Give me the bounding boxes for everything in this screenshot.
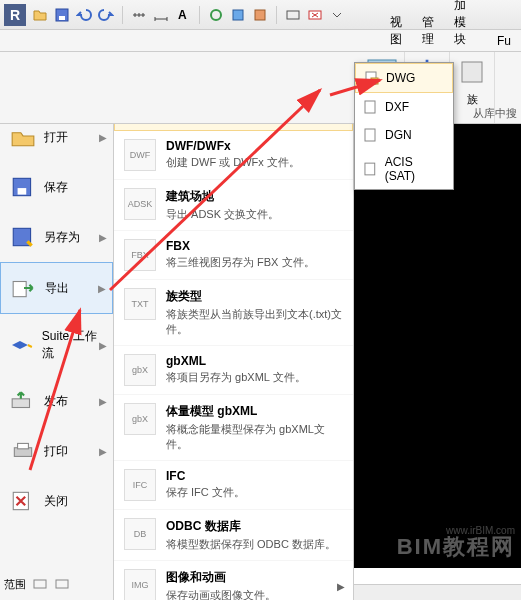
chevron-right-icon: ▶ — [99, 340, 107, 351]
svg-rect-27 — [365, 129, 375, 141]
sub-title: ODBC 数据库 — [166, 518, 343, 535]
fly-label: DWG — [386, 71, 415, 85]
status-icon1[interactable] — [32, 576, 48, 592]
publish-icon — [10, 390, 36, 412]
sub-item-mass[interactable]: gbX 体量模型 gbXML 将概念能量模型保存为 gbXML文件。 — [114, 395, 353, 461]
sub-title: IFC — [166, 469, 343, 483]
svg-rect-16 — [12, 399, 29, 408]
sub-title: DWF/DWFx — [166, 139, 343, 153]
fly-item-dxf[interactable]: DXF — [355, 93, 453, 121]
sub-desc: 导出 ADSK 交换文件。 — [166, 207, 343, 222]
sub-item-fbx[interactable]: FBX FBX 将三维视图另存为 FBX 文件。 — [114, 231, 353, 280]
sub-desc: 保存动画或图像文件。 — [166, 588, 343, 600]
ifc-icon: IFC — [124, 469, 156, 501]
svg-rect-18 — [18, 443, 29, 448]
canvas-scrollbar[interactable] — [354, 584, 521, 600]
qat-open-icon[interactable] — [32, 7, 48, 23]
svg-rect-28 — [365, 163, 375, 175]
svg-rect-29 — [34, 580, 46, 588]
gbxml-icon: gbX — [124, 354, 156, 386]
svg-rect-1 — [59, 16, 65, 20]
qat-sync-icon[interactable] — [208, 7, 224, 23]
qat-save-icon[interactable] — [54, 7, 70, 23]
sub-title: 体量模型 gbXML — [166, 403, 343, 420]
sub-desc: 创建 DWF 或 DWFx 文件。 — [166, 155, 343, 170]
qat-filter-icon[interactable] — [230, 7, 246, 23]
svg-point-3 — [211, 10, 221, 20]
ribbon-label: 族 — [467, 92, 478, 107]
saveas-icon — [10, 226, 36, 248]
sub-item-imganim[interactable]: IMG 图像和动画 保存动画或图像文件。 ▶ — [114, 561, 353, 600]
sidebar-item-label: Suite 工作流 — [42, 328, 103, 362]
save-icon — [10, 176, 36, 198]
qat-dim-icon[interactable] — [153, 7, 169, 23]
qat-filter2-icon[interactable] — [252, 7, 268, 23]
svg-rect-23 — [462, 62, 482, 82]
sub-item-dwf[interactable]: DWF DWF/DWFx 创建 DWF 或 DWFx 文件。 — [114, 131, 353, 180]
dxf-icon — [363, 99, 379, 115]
chevron-right-icon: ▶ — [99, 132, 107, 143]
qat-redo-icon[interactable] — [98, 7, 114, 23]
status-label: 范围 — [4, 577, 26, 592]
tab-manage[interactable]: 管理 — [412, 11, 444, 51]
fly-label: DXF — [385, 100, 409, 114]
status-bar: 折叠… 范围 — [4, 576, 70, 592]
sub-desc: 保存 IFC 文件。 — [166, 485, 343, 500]
famtype-icon: TXT — [124, 288, 156, 320]
sub-desc: 将项目另存为 gbXML 文件。 — [166, 370, 343, 385]
svg-rect-4 — [233, 10, 243, 20]
sidebar-item-publish[interactable]: 发布 ▶ — [0, 376, 113, 426]
site-icon: ADSK — [124, 188, 156, 220]
sidebar-item-close[interactable]: 关闭 — [0, 476, 113, 526]
sub-title: FBX — [166, 239, 343, 253]
sub-item-ifc[interactable]: IFC IFC 保存 IFC 文件。 — [114, 461, 353, 510]
svg-text:A: A — [178, 8, 187, 22]
sidebar-item-label: 导出 — [45, 280, 69, 297]
tab-view[interactable]: 视图 — [380, 11, 412, 51]
sidebar-item-label: 保存 — [44, 179, 68, 196]
sub-item-gbxml[interactable]: gbX gbXML 将项目另存为 gbXML 文件。 — [114, 346, 353, 395]
sidebar-item-label: 发布 — [44, 393, 68, 410]
fly-label: DGN — [385, 128, 412, 142]
sidebar-item-print[interactable]: 打印 ▶ — [0, 426, 113, 476]
sub-item-site[interactable]: ADSK 建筑场地 导出 ADSK 交换文件。 — [114, 180, 353, 231]
qat-close-icon[interactable] — [307, 7, 323, 23]
odbc-icon: DB — [124, 518, 156, 550]
svg-rect-6 — [287, 11, 299, 19]
close-doc-icon — [10, 490, 36, 512]
qat-dropdown-icon[interactable] — [329, 7, 345, 23]
tab-addins[interactable]: 附加模块 — [444, 0, 487, 51]
qat-switch-icon[interactable] — [285, 7, 301, 23]
drawing-canvas[interactable]: www.irBIM.com BIM教程网 — [354, 124, 521, 568]
qat-text-icon[interactable]: A — [175, 7, 191, 23]
chevron-right-icon: ▶ — [99, 396, 107, 407]
tab-fu[interactable]: Fu — [487, 31, 521, 51]
watermark-text: BIM教程网 — [397, 532, 515, 562]
qat-measure-icon[interactable] — [131, 7, 147, 23]
qat-separator — [276, 6, 277, 24]
fbx-icon: FBX — [124, 239, 156, 271]
chevron-right-icon: ▶ — [99, 232, 107, 243]
svg-rect-25 — [371, 78, 378, 84]
qat-undo-icon[interactable] — [76, 7, 92, 23]
sidebar-item-label: 关闭 — [44, 493, 68, 510]
sidebar-item-save[interactable]: 保存 — [0, 162, 113, 212]
app-icon[interactable]: R — [4, 4, 26, 26]
sidebar-item-export[interactable]: 导出 ▶ — [0, 262, 113, 314]
fly-item-dgn[interactable]: DGN — [355, 121, 453, 149]
sidebar-item-suite[interactable]: Suite 工作流 ▶ — [0, 314, 113, 376]
sidebar-item-label: 另存为 — [44, 229, 80, 246]
sidebar-item-saveas[interactable]: 另存为 ▶ — [0, 212, 113, 262]
suite-icon — [10, 334, 34, 356]
sub-item-famtype[interactable]: TXT 族类型 将族类型从当前族导出到文本(.txt)文件。 — [114, 280, 353, 346]
sub-item-odbc[interactable]: DB ODBC 数据库 将模型数据保存到 ODBC 数据库。 — [114, 510, 353, 561]
cad-format-flyout: DWG DXF DGN ACIS (SAT) — [354, 62, 454, 190]
svg-rect-30 — [56, 580, 68, 588]
fly-item-sat[interactable]: ACIS (SAT) — [355, 149, 453, 189]
sub-title: 图像和动画 — [166, 569, 343, 586]
status-icon2[interactable] — [54, 576, 70, 592]
sub-desc: 将族类型从当前族导出到文本(.txt)文件。 — [166, 307, 343, 337]
fly-item-dwg[interactable]: DWG — [355, 63, 453, 93]
imganim-icon: IMG — [124, 569, 156, 600]
sub-desc: 将三维视图另存为 FBX 文件。 — [166, 255, 343, 270]
